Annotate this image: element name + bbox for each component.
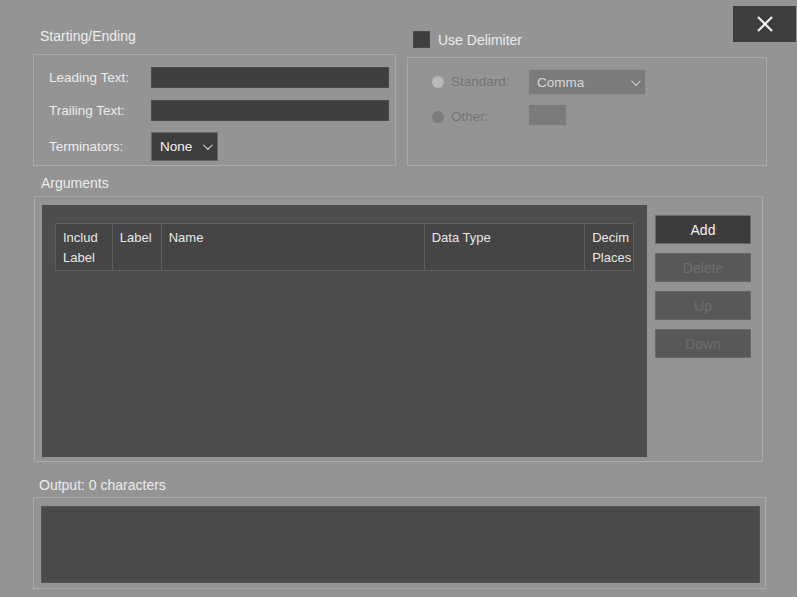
output-title: Output: 0 characters <box>39 477 166 493</box>
delimiter-group: Standard: Comma Other: <box>407 57 767 166</box>
chevron-down-icon <box>203 140 213 150</box>
dialog-window: Starting/Ending Leading Text: Trailing T… <box>0 0 797 597</box>
close-button[interactable] <box>733 6 796 42</box>
column-header-decimal-places: Decim Places <box>585 224 633 270</box>
terminators-dropdown[interactable]: None <box>151 132 218 161</box>
column-header-name: Name <box>162 224 425 270</box>
standard-delimiter-value: Comma <box>537 75 584 90</box>
leading-text-label: Leading Text: <box>49 70 129 85</box>
close-icon <box>755 14 775 34</box>
column-header-data-type: Data Type <box>425 224 585 270</box>
add-button[interactable]: Add <box>655 215 751 244</box>
down-button: Down <box>655 329 751 358</box>
column-header-include-label: Includ Label <box>56 224 113 270</box>
chevron-down-icon <box>631 76 641 86</box>
other-radio <box>432 111 444 123</box>
arguments-table: Includ Label Label Name Data Type Decim … <box>42 205 647 457</box>
standard-radio-label: Standard: <box>451 74 510 89</box>
standard-radio <box>432 76 444 88</box>
trailing-text-input[interactable] <box>151 100 389 121</box>
arguments-table-header: Includ Label Label Name Data Type Decim … <box>55 223 634 271</box>
output-textarea[interactable] <box>41 506 760 583</box>
starting-ending-group: Leading Text: Trailing Text: Terminators… <box>33 54 396 166</box>
delete-button: Delete <box>655 253 751 282</box>
other-radio-label: Other: <box>451 109 489 124</box>
other-delimiter-input <box>528 104 567 126</box>
output-group <box>33 497 766 589</box>
use-delimiter-checkbox[interactable] <box>413 31 430 48</box>
standard-delimiter-dropdown: Comma <box>528 69 646 95</box>
starting-ending-title: Starting/Ending <box>40 28 136 44</box>
terminators-value: None <box>160 139 192 154</box>
trailing-text-label: Trailing Text: <box>49 103 125 118</box>
up-button: Up <box>655 291 751 320</box>
use-delimiter-label[interactable]: Use Delimiter <box>438 32 522 48</box>
column-header-label: Label <box>113 224 162 270</box>
terminators-label: Terminators: <box>49 139 123 154</box>
arguments-group: Includ Label Label Name Data Type Decim … <box>34 196 763 462</box>
arguments-title: Arguments <box>41 175 109 191</box>
leading-text-input[interactable] <box>151 67 389 88</box>
